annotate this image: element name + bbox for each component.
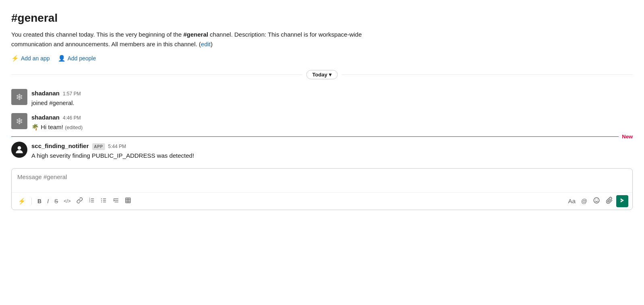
code-button[interactable]: </> [61, 197, 73, 206]
svg-point-21 [594, 198, 599, 203]
strikethrough-button[interactable]: S [52, 196, 60, 206]
message-time: 4:46 PM [63, 114, 81, 122]
toolbar-divider [31, 198, 32, 205]
edited-label: (edited) [65, 124, 83, 130]
svg-text:3: 3 [89, 200, 90, 203]
person-icon [14, 144, 25, 155]
ordered-list-button[interactable]: 1 2 3 [86, 196, 97, 206]
italic-button[interactable]: I [45, 196, 51, 206]
add-people-button[interactable]: 👤 Add people [58, 55, 96, 62]
svg-point-10 [101, 198, 102, 199]
message-time: 1:57 PM [63, 90, 81, 97]
message-content: shadanan 1:57 PM joined #general. [31, 89, 633, 107]
today-badge[interactable]: Today ▾ [306, 70, 338, 79]
message-text: A high severity finding PUBLIC_IP_ADDRES… [31, 151, 633, 161]
channel-description: You created this channel today. This is … [11, 30, 374, 49]
svg-point-0 [18, 146, 21, 150]
new-messages-divider: New [11, 136, 633, 137]
compose-toolbar: ⚡ B I S </> [12, 192, 632, 210]
message-content: shadanan 4:46 PM 🌴 Hi team! (edited) [31, 113, 633, 132]
message-input[interactable] [12, 169, 632, 190]
message-author: scc_finding_notifier [31, 142, 89, 151]
add-app-button[interactable]: ⚡ Add an app [11, 55, 50, 62]
svg-point-22 [595, 200, 596, 200]
svg-point-23 [597, 200, 598, 200]
channel-title: general [11, 10, 633, 27]
messages-area: ❄ shadanan 1:57 PM joined #general. ❄ sh… [11, 87, 633, 162]
lightning-toolbar-button[interactable]: ⚡ [16, 196, 28, 206]
bot-avatar [11, 142, 27, 158]
table-button[interactable] [122, 196, 134, 206]
table-row: ❄ shadanan 1:57 PM joined #general. [11, 87, 633, 109]
message-author: shadanan [31, 113, 60, 122]
avatar [11, 142, 27, 158]
svg-point-12 [101, 202, 102, 202]
channel-name-bold: #general [184, 31, 208, 38]
message-header: shadanan 1:57 PM [31, 89, 633, 98]
attach-button[interactable] [603, 195, 615, 207]
divider-line-right [342, 74, 633, 75]
message-text: 🌴 Hi team! (edited) [31, 123, 633, 132]
new-divider-line [11, 136, 633, 137]
message-content: scc_finding_notifier APP 5:44 PM A high … [31, 142, 633, 160]
bold-button[interactable]: B [35, 196, 44, 206]
send-button[interactable] [616, 195, 628, 207]
new-label: New [619, 133, 633, 141]
lightning-icon: ⚡ [11, 55, 19, 62]
svg-rect-16 [126, 198, 130, 203]
app-badge: APP [92, 143, 105, 150]
compose-area: ⚡ B I S </> [11, 168, 633, 210]
table-row: scc_finding_notifier APP 5:44 PM A high … [11, 140, 633, 162]
avatar: ❄ [11, 113, 27, 129]
divider-line-left [11, 74, 302, 75]
emoji-button[interactable] [590, 195, 603, 207]
message-time: 5:44 PM [108, 143, 126, 150]
add-person-icon: 👤 [58, 55, 66, 62]
message-author: shadanan [31, 89, 60, 98]
format-button[interactable]: Aa [566, 196, 578, 206]
message-header: scc_finding_notifier APP 5:44 PM [31, 142, 633, 151]
message-text: joined #general. [31, 99, 633, 108]
unordered-list-button[interactable] [98, 196, 109, 206]
mention-button[interactable]: @ [579, 196, 590, 206]
channel-actions: ⚡ Add an app 👤 Add people [11, 55, 633, 62]
svg-point-11 [101, 200, 102, 201]
svg-marker-24 [621, 198, 624, 202]
edit-link[interactable]: edit [201, 41, 211, 47]
today-divider: Today ▾ [11, 70, 633, 79]
indent-button[interactable] [110, 196, 122, 206]
table-row: ❄ shadanan 4:46 PM 🌴 Hi team! (edited) [11, 111, 633, 133]
link-button[interactable] [74, 196, 85, 206]
channel-container: general You created this channel today. … [0, 0, 644, 210]
avatar: ❄ [11, 89, 27, 105]
message-header: shadanan 4:46 PM [31, 113, 633, 122]
toolbar-right: Aa @ [566, 195, 628, 207]
